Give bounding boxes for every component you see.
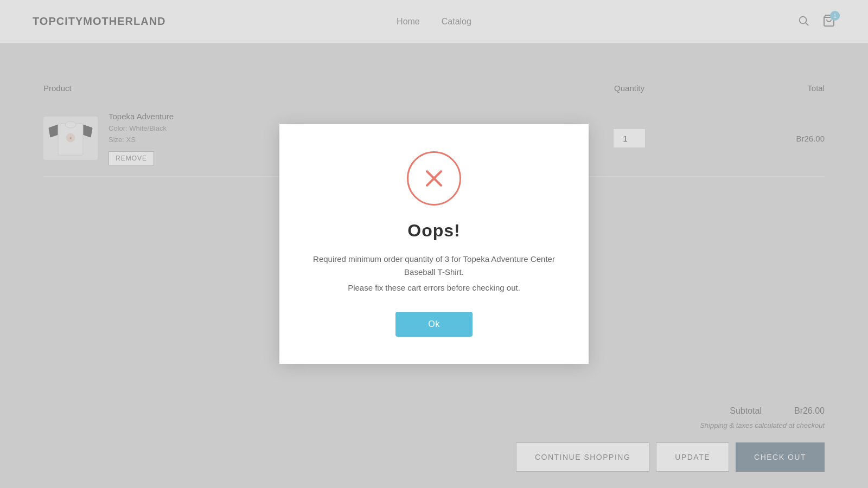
error-modal: Oops! Required minimum order quantity of… — [279, 124, 589, 364]
error-icon-circle — [407, 151, 461, 206]
modal-message-sub: Please fix these cart errors before chec… — [348, 283, 520, 292]
x-icon — [422, 166, 446, 191]
modal-ok-button[interactable]: Ok — [395, 312, 472, 337]
modal-overlay[interactable]: Oops! Required minimum order quantity of… — [0, 0, 868, 488]
modal-title: Oops! — [407, 221, 460, 241]
modal-message-main: Required minimum order quantity of 3 for… — [312, 253, 556, 279]
